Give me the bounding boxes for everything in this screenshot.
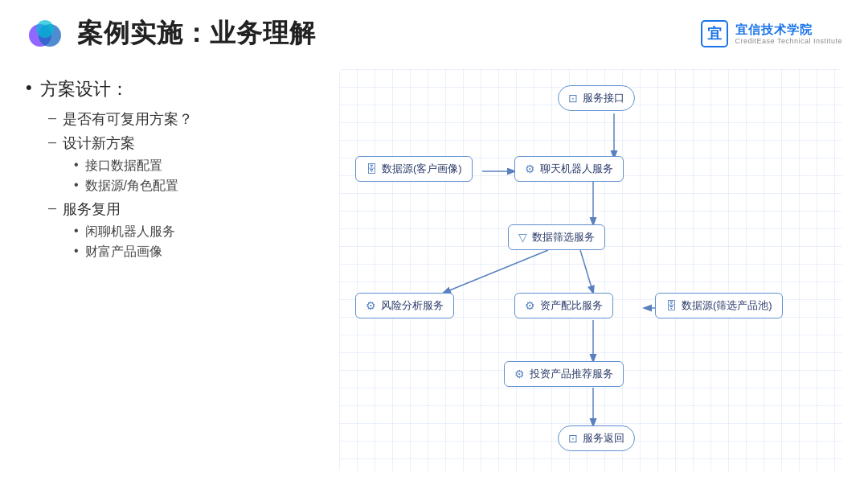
bullet-l3-1: 数据源/角色配置 <box>74 178 323 195</box>
dot-l3-0 <box>74 158 79 172</box>
bullet-l2-0: 是否有可复用方案？ <box>48 109 323 129</box>
brand-sub: CreditEase Technical Institute <box>735 37 842 45</box>
left-panel: 方案设计： 是否有可复用方案？ 设计新方案 接口数据配置 数据源/角色配置 服务… <box>26 69 323 471</box>
header: 案例实施：业务理解 宜 宜信技术学院 CreditEase Technical … <box>0 0 868 61</box>
dot-l3-2 <box>74 224 79 238</box>
bullet-l2-0-text: 是否有可复用方案？ <box>63 109 193 129</box>
dash-0 <box>48 109 56 126</box>
node-filter-service: ▽ 数据筛选服务 <box>508 224 605 250</box>
node-data-source2: 🗄 数据源(筛选产品池) <box>655 293 783 318</box>
connector-svg <box>339 69 842 471</box>
bullet-l3-0: 接口数据配置 <box>74 158 323 175</box>
bullet-l1-text: 方案设计： <box>40 77 129 101</box>
dot-l3-3 <box>74 244 79 258</box>
node-label-filter-service: 数据筛选服务 <box>532 230 595 244</box>
node-asset-service: ⚙ 资产配比服务 <box>514 293 613 318</box>
node-icon-chat-service: ⚙ <box>525 162 535 175</box>
bullet-l2-1: 设计新方案 <box>48 134 323 153</box>
node-label-data-source1: 数据源(客户画像) <box>382 162 462 176</box>
bullet-l3-3-text: 财富产品画像 <box>85 244 162 261</box>
creditease-icon: 宜 <box>700 19 729 48</box>
main-content: 方案设计： 是否有可复用方案？ 设计新方案 接口数据配置 数据源/角色配置 服务… <box>0 61 868 479</box>
bullet-l2-2: 服务复用 <box>48 199 323 219</box>
node-icon-filter-service: ▽ <box>518 231 527 244</box>
bullet-l1: 方案设计： <box>26 77 323 101</box>
node-icon-risk-service: ⚙ <box>366 299 376 312</box>
svg-line-9 <box>580 250 593 293</box>
node-icon-data-source2: 🗄 <box>665 299 677 312</box>
diagram-panel: ⊡ 服务接口 🗄 数据源(客户画像) ⚙ 聊天机器人服务 ▽ 数据筛选服务 ⚙ <box>339 69 842 471</box>
brand-text-block: 宜信技术学院 CreditEase Technical Institute <box>735 23 842 45</box>
node-service-return: ⊡ 服务返回 <box>558 425 635 451</box>
dot-l3-1 <box>74 178 79 192</box>
dash-2 <box>48 199 56 216</box>
bullet-l3-1-text: 数据源/角色配置 <box>85 178 178 195</box>
brand-logo: 宜 宜信技术学院 CreditEase Technical Institute <box>700 19 842 48</box>
node-label-asset-service: 资产配比服务 <box>540 298 603 313</box>
svg-point-2 <box>36 20 54 38</box>
node-label-chat-service: 聊天机器人服务 <box>540 162 613 176</box>
app-logo-icon <box>26 14 64 53</box>
bullet-l3-0-text: 接口数据配置 <box>85 158 162 175</box>
diagram: ⊡ 服务接口 🗄 数据源(客户画像) ⚙ 聊天机器人服务 ▽ 数据筛选服务 ⚙ <box>339 69 842 471</box>
bullet-dot <box>26 77 32 98</box>
node-data-source1: 🗄 数据源(客户画像) <box>355 156 473 182</box>
svg-text:宜: 宜 <box>707 25 722 42</box>
svg-line-8 <box>444 250 548 293</box>
node-icon-data-source1: 🗄 <box>366 162 377 175</box>
node-invest-service: ⚙ 投资产品推荐服务 <box>504 361 624 387</box>
node-icon-asset-service: ⚙ <box>525 299 535 312</box>
bullet-l3-2-text: 闲聊机器人服务 <box>85 224 175 240</box>
node-risk-service: ⚙ 风险分析服务 <box>355 293 454 318</box>
brand-name: 宜信技术学院 <box>735 23 842 37</box>
page-title: 案例实施：业务理解 <box>77 16 316 51</box>
node-label-data-source2: 数据源(筛选产品池) <box>682 298 772 313</box>
node-label-service-api: 服务接口 <box>583 91 624 105</box>
bullet-l3-3: 财富产品画像 <box>74 244 323 261</box>
bullet-l2-1-text: 设计新方案 <box>63 134 135 153</box>
node-icon-service-api: ⊡ <box>568 92 578 105</box>
node-icon-invest-service: ⚙ <box>514 368 525 380</box>
node-icon-service-return: ⊡ <box>568 432 578 445</box>
dash-1 <box>48 134 56 150</box>
node-label-invest-service: 投资产品推荐服务 <box>530 367 613 381</box>
node-label-service-return: 服务返回 <box>583 431 624 446</box>
bullet-l3-2: 闲聊机器人服务 <box>74 224 323 240</box>
bullet-l2-2-text: 服务复用 <box>63 199 121 219</box>
node-label-risk-service: 风险分析服务 <box>381 298 444 313</box>
node-chat-service: ⚙ 聊天机器人服务 <box>514 156 624 182</box>
node-service-api: ⊡ 服务接口 <box>558 85 635 111</box>
